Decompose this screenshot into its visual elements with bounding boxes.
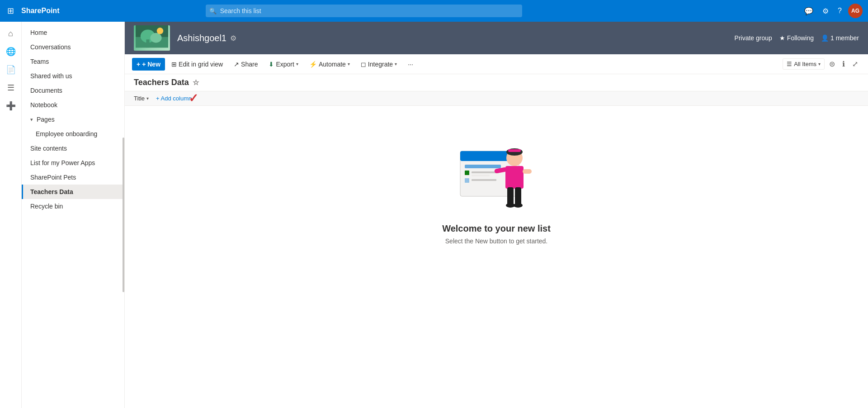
sidebar-item-teams[interactable]: Teams bbox=[22, 54, 124, 69]
sidebar-item-label: Teams bbox=[30, 58, 49, 65]
svg-rect-12 bbox=[465, 178, 469, 183]
info-button[interactable]: ℹ bbox=[840, 58, 848, 70]
site-thumbnail-image bbox=[134, 25, 170, 51]
home-icon[interactable]: ⌂ bbox=[3, 25, 19, 42]
export-button[interactable]: ⬇ Export ▾ bbox=[264, 58, 302, 71]
svg-rect-20 bbox=[507, 187, 514, 205]
search-icon: 🔍 bbox=[209, 8, 217, 14]
page-icon[interactable]: 📄 bbox=[3, 62, 19, 78]
plus-icon: + bbox=[137, 61, 140, 68]
export-icon: ⬇ bbox=[269, 61, 274, 68]
title-column-header[interactable]: Title ▾ bbox=[134, 93, 152, 104]
sidebar-item-power-apps[interactable]: List for my Power Apps bbox=[22, 156, 124, 170]
integrate-button[interactable]: ◻ Integrate ▾ bbox=[356, 58, 401, 71]
search-bar: 🔍 bbox=[206, 5, 522, 17]
edit-grid-label: Edit in grid view bbox=[179, 61, 223, 68]
feedback-icon[interactable]: 💬 bbox=[802, 5, 816, 17]
members-button[interactable]: 👤 1 member bbox=[821, 34, 859, 42]
svg-rect-10 bbox=[472, 171, 499, 173]
sidebar-item-label: Conversations bbox=[30, 43, 71, 51]
sidebar-item-label: Documents bbox=[30, 87, 62, 94]
empty-state: Welcome to your new list Select the New … bbox=[125, 106, 868, 263]
share-button[interactable]: ↗ Share bbox=[229, 58, 262, 71]
sidebar-item-label: Employee onboarding bbox=[36, 130, 97, 138]
automate-label: Automate bbox=[319, 61, 346, 68]
sidebar-item-recycle-bin[interactable]: Recycle bin bbox=[22, 199, 124, 213]
site-thumbnail bbox=[134, 25, 170, 51]
main-layout: ⌂ 🌐 📄 ☰ ➕ Home Conversations Teams Share… bbox=[0, 22, 868, 408]
settings-icon[interactable]: ⚙ bbox=[820, 5, 831, 17]
avatar[interactable]: AG bbox=[848, 4, 863, 18]
fullscreen-button[interactable]: ⤢ bbox=[849, 58, 861, 70]
svg-rect-13 bbox=[472, 179, 496, 181]
globe-icon[interactable]: 🌐 bbox=[3, 43, 19, 60]
collapse-pages-button[interactable]: ▾ bbox=[30, 117, 33, 123]
filter-button[interactable]: ⊜ bbox=[826, 58, 838, 70]
svg-rect-8 bbox=[465, 165, 501, 168]
site-header: Ashishgoel1 ⚙ Private group ★ Following … bbox=[125, 22, 868, 54]
site-nav-scroll: Home Conversations Teams Shared with us … bbox=[22, 22, 124, 408]
sharepoint-logo[interactable]: SharePoint bbox=[21, 7, 59, 15]
sidebar-item-employee-onboarding[interactable]: Employee onboarding bbox=[22, 127, 124, 141]
view-lines-icon: ☰ bbox=[787, 61, 792, 67]
command-bar: + + New ⊞ Edit in grid view ↗ Share ⬇ Ex… bbox=[125, 54, 868, 74]
sidebar-item-notebook[interactable]: Notebook bbox=[22, 98, 124, 112]
share-icon: ↗ bbox=[234, 61, 239, 68]
all-items-chevron-icon: ▾ bbox=[818, 62, 821, 66]
more-button[interactable]: ··· bbox=[403, 58, 418, 71]
sidebar-item-label: Teachers Data bbox=[30, 188, 73, 195]
edit-grid-button[interactable]: ⊞ Edit in grid view bbox=[167, 58, 227, 71]
sidebar-item-label: Shared with us bbox=[30, 72, 72, 80]
integrate-icon: ◻ bbox=[361, 61, 366, 68]
integrate-chevron-icon: ▾ bbox=[395, 62, 397, 66]
sidebar-item-teachers-data[interactable]: Teachers Data bbox=[22, 185, 124, 199]
automate-button[interactable]: ⚡ Automate ▾ bbox=[305, 58, 354, 71]
svg-rect-17 bbox=[505, 166, 524, 189]
sidebar-item-home[interactable]: Home bbox=[22, 25, 124, 40]
sidebar-item-label: SharePoint Pets bbox=[30, 174, 76, 181]
help-icon[interactable]: ? bbox=[835, 5, 844, 17]
sidebar-item-documents[interactable]: Documents bbox=[22, 83, 124, 98]
svg-rect-4 bbox=[146, 39, 149, 47]
icon-strip: ⌂ 🌐 📄 ☰ ➕ bbox=[0, 22, 22, 408]
private-group-label: Private group bbox=[735, 34, 772, 42]
sidebar-item-label: List for my Power Apps bbox=[30, 159, 95, 166]
top-navigation: ⊞ SharePoint 🔍 💬 ⚙ ? AG bbox=[0, 0, 868, 22]
sidebar-item-conversations[interactable]: Conversations bbox=[22, 40, 124, 54]
following-button[interactable]: ★ Following bbox=[779, 34, 814, 42]
list-title: Teachers Data ☆ bbox=[134, 78, 199, 87]
all-items-label: All Items bbox=[794, 61, 816, 67]
add-column-label: + Add column bbox=[156, 95, 192, 102]
site-header-right: Private group ★ Following 👤 1 member bbox=[735, 34, 859, 42]
sidebar-item-pages[interactable]: ▾ Pages bbox=[22, 112, 124, 127]
waffle-icon[interactable]: ⊞ bbox=[5, 4, 16, 18]
more-label: ··· bbox=[408, 61, 413, 68]
sidebar-item-sharepoint-pets[interactable]: SharePoint Pets bbox=[22, 170, 124, 185]
add-column-button[interactable]: + Add column bbox=[152, 93, 195, 104]
favorite-star-icon[interactable]: ☆ bbox=[193, 78, 199, 87]
svg-rect-9 bbox=[465, 171, 469, 175]
list-icon[interactable]: ☰ bbox=[3, 80, 19, 96]
svg-point-3 bbox=[150, 33, 161, 43]
svg-point-23 bbox=[514, 203, 523, 208]
empty-state-subtitle: Select the New button to get started. bbox=[445, 237, 547, 245]
svg-point-5 bbox=[157, 28, 163, 34]
svg-rect-19 bbox=[523, 169, 532, 174]
svg-rect-21 bbox=[515, 187, 521, 205]
add-site-icon[interactable]: ➕ bbox=[3, 98, 19, 114]
search-input[interactable] bbox=[206, 5, 522, 17]
title-column-label: Title bbox=[134, 95, 145, 102]
command-bar-right: ☰ All Items ▾ ⊜ ℹ ⤢ bbox=[783, 58, 861, 70]
new-button[interactable]: + + New bbox=[132, 58, 165, 71]
sidebar-item-label: Site contents bbox=[30, 145, 67, 152]
all-items-button[interactable]: ☰ All Items ▾ bbox=[783, 58, 825, 70]
site-settings-icon[interactable]: ⚙ bbox=[230, 34, 236, 43]
site-name: Ashishgoel1 ⚙ bbox=[177, 33, 236, 43]
sidebar-item-site-contents[interactable]: Site contents bbox=[22, 141, 124, 156]
sidebar-scrollbar[interactable] bbox=[123, 138, 124, 292]
column-headers: Title ▾ + Add column ✓ bbox=[125, 91, 868, 106]
automate-chevron-icon: ▾ bbox=[348, 62, 350, 66]
sidebar-item-shared[interactable]: Shared with us bbox=[22, 69, 124, 83]
grid-icon: ⊞ bbox=[171, 61, 177, 68]
sidebar-item-label: Pages bbox=[37, 116, 55, 123]
